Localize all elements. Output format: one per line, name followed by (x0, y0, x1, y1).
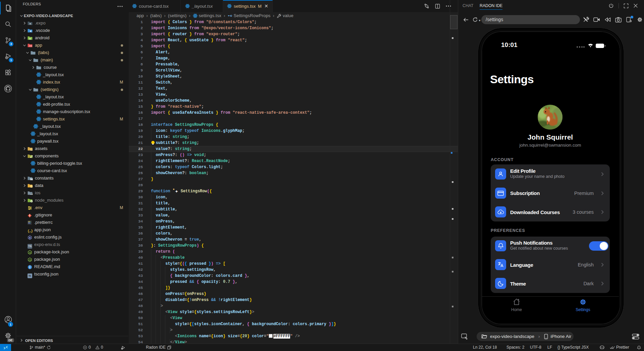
svg-text:iOS: iOS (30, 193, 33, 195)
svg-text:JS: JS (29, 252, 31, 254)
svg-text:JS: JS (29, 259, 31, 261)
